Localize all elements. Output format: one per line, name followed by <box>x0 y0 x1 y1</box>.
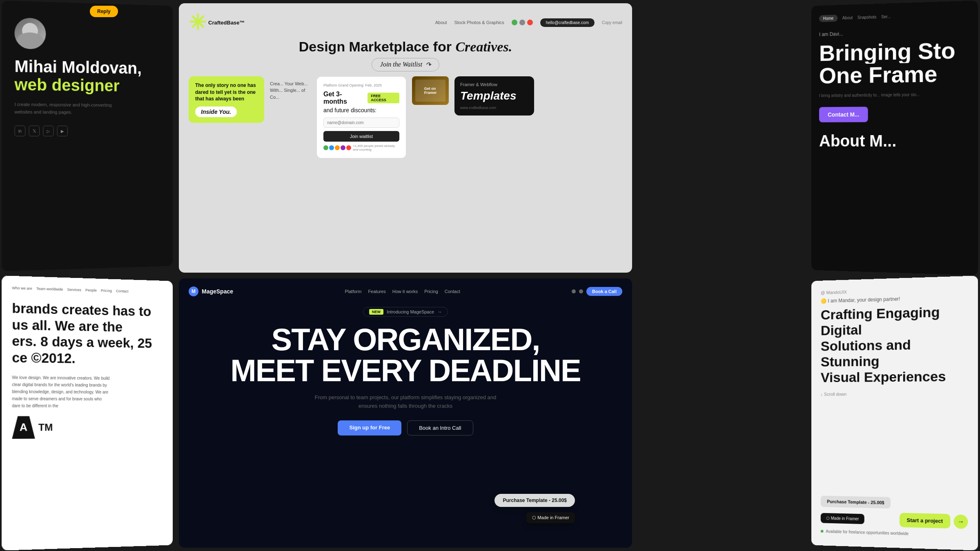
about-nav-item[interactable]: About <box>842 16 853 20</box>
inside-you-text: The only story no one has dared to tell … <box>195 82 258 102</box>
available-label: Available for freelance opportunities wo… <box>826 529 909 536</box>
yellow-top-button[interactable]: Reply <box>90 6 118 17</box>
get-3months-card: Platform Grand Opening: Feb, 2025 Get 3-… <box>316 76 406 158</box>
atm-headline: brands creates has tous all. We are thee… <box>12 300 163 367</box>
inside-you-label: Inside You. <box>195 107 237 117</box>
templates-text: Templates <box>460 90 528 102</box>
tm-mark: TM <box>38 422 53 433</box>
free-access-badge: FREE ACCESS <box>368 93 399 103</box>
craftedbase-asterisk: ✳ <box>189 13 207 32</box>
card-atm: Who we are Team worldwide Services Peopl… <box>2 276 173 551</box>
card-craftedbase: ✳ CraftedBase™ About Stock Photos & Grap… <box>179 3 632 273</box>
mando-brand: @ MandoUIX <box>821 286 968 295</box>
start-project-button[interactable]: Start a project <box>900 513 951 528</box>
mando-headline: Crafting Engaging Digital Solutions and … <box>821 303 968 385</box>
mihai-desc: I create modern, responsive and high-con… <box>15 101 129 116</box>
available-text: Available for freelance opportunities wo… <box>821 529 968 538</box>
david-headline-1: Bringing Sto <box>819 39 970 65</box>
mihai-title: web designer <box>15 75 161 95</box>
play-icon[interactable]: ▶ <box>57 126 68 136</box>
introducing-text: Introducing MageSpace <box>387 309 434 314</box>
mihai-name: Mihai Moldovan, <box>15 57 161 78</box>
craftedbase-headline: Design Marketplace for Creatives. <box>189 39 622 55</box>
framer-badge-overlay: ⬡ Made in Framer <box>526 512 575 523</box>
snapshots-nav-item[interactable]: Snapshots <box>858 15 877 20</box>
atm-nav: Who we are Team worldwide Services Peopl… <box>12 286 163 294</box>
future-discounts-text: and future discounts: <box>323 107 399 113</box>
craftedbase-email-btn[interactable]: hello@craftedbase.com <box>540 18 595 27</box>
mando-greeting: 🟡 I am Mandar, your design partner! <box>821 294 968 304</box>
card-magespace: M MageSpace Platform Features How it wor… <box>179 278 632 548</box>
purchase-template-overlay[interactable]: Purchase Template - 25.00$ <box>494 494 575 507</box>
purchase-template-button[interactable]: Purchase Template - 25.00$ <box>821 495 891 508</box>
home-nav-item[interactable]: Home <box>819 15 837 22</box>
new-badge: NEW <box>369 309 383 315</box>
book-intro-button[interactable]: Book an Intro Call <box>407 420 473 435</box>
magespace-headline-1: STAY ORGANIZED, <box>189 324 622 355</box>
craftedbase-thumbnail: Get onFramer <box>412 76 449 105</box>
framer-webflow-label: Framer & Webflow <box>460 82 528 87</box>
create-text: Crea... Your Web... With... Single... of… <box>270 76 311 101</box>
david-intro: I am Davi... <box>819 28 970 37</box>
social-icons: in 𝕏 ▷ ▶ <box>15 126 161 136</box>
card-david: Home About Snapshots Ser... I am Davi...… <box>811 0 978 275</box>
arrow-button[interactable]: → <box>954 514 968 529</box>
avatar <box>15 18 46 49</box>
magespace-headline-2: MEET EVERY DEADLINE <box>189 355 622 386</box>
signup-free-button[interactable]: Sign up for Free <box>338 420 401 435</box>
david-nav: Home About Snapshots Ser... <box>819 11 970 22</box>
card-mihai: Mihai Moldovan, web designer I create mo… <box>2 0 173 271</box>
get-months-text: Get 3-months <box>323 91 364 105</box>
card-mando: @ MandoUIX 🟡 I am Mandar, your design pa… <box>811 276 978 550</box>
website-label: www.craftedbase.com <box>460 106 528 110</box>
joined-text: +1,400 people joined already and countin… <box>353 144 399 151</box>
video-icon[interactable]: ▷ <box>43 126 53 136</box>
email-input[interactable] <box>323 118 399 128</box>
book-call-button[interactable]: Book a Call <box>586 287 622 296</box>
atm-letter-a: A <box>12 416 35 439</box>
atm-body: We love design. We are innovative creato… <box>12 374 111 410</box>
services-nav-item[interactable]: Ser... <box>881 14 891 19</box>
craftedbase-waitlist-btn[interactable]: Join the Waitlist ↷ <box>372 58 439 71</box>
contact-me-button[interactable]: Contact M... <box>819 107 868 122</box>
craftedbase-brand: CraftedBase™ <box>208 20 245 26</box>
framer-made-badge: ⬡ Made in Framer <box>821 513 864 524</box>
magespace-nav: Platform Features How it works Pricing C… <box>345 289 460 294</box>
join-waitlist-button[interactable]: Join waitlist <box>323 131 399 142</box>
linkedin-icon[interactable]: in <box>15 126 26 136</box>
inside-you-card: The only story no one has dared to tell … <box>189 76 264 123</box>
framer-webflow-card: Framer & Webflow Templates www.craftedba… <box>454 76 534 116</box>
about-label: About M... <box>819 132 970 151</box>
platform-label: Platform Grand Opening: Feb, 2025 <box>323 83 399 87</box>
twitter-icon[interactable]: 𝕏 <box>29 126 40 136</box>
david-headline-2: One Frame <box>819 62 970 87</box>
magespace-subtext: From personal to team projects, our plat… <box>307 393 503 411</box>
magespace-logo: M MageSpace <box>189 287 233 296</box>
atm-logo: A TM <box>12 416 163 439</box>
scroll-down: ↓ Scroll down <box>821 391 968 397</box>
david-subtitle: I bring artistry and authenticity to... … <box>819 91 924 99</box>
craftedbase-nav: About Stock Photos & Graphics hello@craf… <box>435 18 622 27</box>
